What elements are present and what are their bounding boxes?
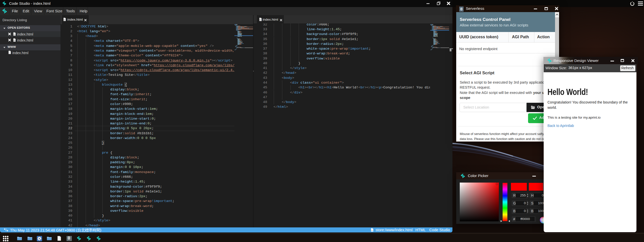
svg-text:<>: <> (64, 19, 66, 21)
svg-text:<>: <> (13, 40, 15, 41)
svg-text:<>: <> (371, 229, 373, 231)
svg-text:<>: <> (259, 19, 261, 21)
svg-text:<>: <> (13, 33, 15, 35)
